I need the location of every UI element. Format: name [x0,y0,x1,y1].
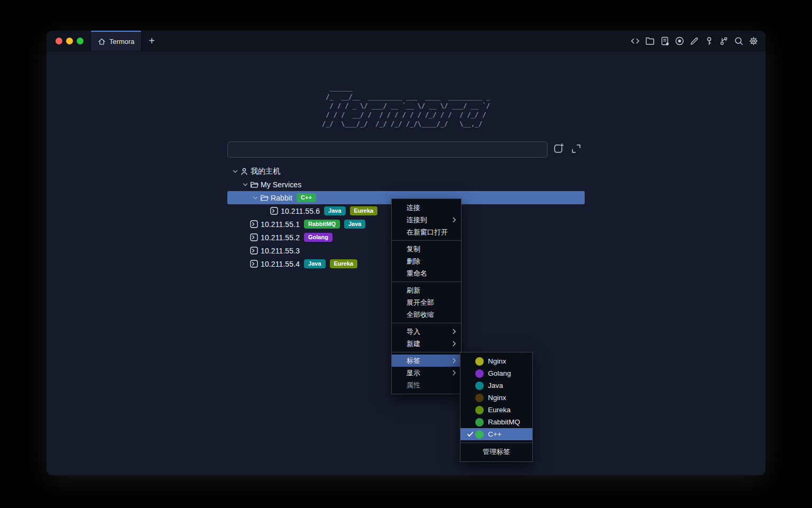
menu-item-label: 显示 [407,368,420,378]
menu-item-show[interactable]: 显示 [392,367,461,379]
tag-option-label: Eureka [488,406,511,414]
menu-item-import[interactable]: 导入 [392,325,461,338]
menu-item-label: 属性 [407,380,420,390]
menu-item-expand-all[interactable]: 展开全部 [392,296,461,309]
quick-connect-input[interactable] [227,141,548,158]
tag-option-rabbitmq[interactable]: RabbitMQ [460,416,532,428]
menu-item-label: 全部收缩 [407,310,434,320]
menu-separator [392,240,461,241]
tag-option-c[interactable]: C++ [460,428,532,440]
minimize-window-button[interactable] [66,38,73,44]
tree-item-label: 10.211.55.6 [281,207,320,215]
menu-item-connect-to[interactable]: 连接到 [392,214,461,226]
tree-item-item[interactable]: 我的主机 [227,165,585,178]
terminal-icon [250,260,259,268]
tree-item-label: 10.211.55.2 [261,233,300,242]
menu-item-label: 导入 [407,327,420,337]
add-host-button[interactable] [551,143,565,156]
tag-option-label: Java [488,382,503,389]
menu-separator [392,323,461,323]
tag-option-golang[interactable]: Golang [460,367,532,379]
tab-termora[interactable]: Termora [90,31,142,51]
submenu-arrow-icon [453,329,456,334]
tag-color-dot [475,418,484,427]
tree-item-label: Rabbit [271,194,292,202]
menu-item-label: 展开全部 [407,298,434,307]
tab-label: Termora [109,38,135,46]
tag-option-label: C++ [488,430,502,438]
menu-item-delete[interactable]: 删除 [392,255,461,267]
tag-submenu: NginxGolangJavaNginxEurekaRabbitMQC++管理标… [460,352,533,462]
tag-option-nginx[interactable]: Nginx [460,392,532,404]
close-window-button[interactable] [56,38,62,44]
tag-badge: RabbitMQ [304,220,340,229]
record-icon[interactable] [674,35,685,46]
menu-separator [460,442,532,443]
submenu-arrow-icon [453,341,456,347]
tag-color-dot [475,430,484,439]
code-icon[interactable] [630,35,640,46]
menu-item-label: 重命名 [407,269,427,278]
folder-icon[interactable] [644,35,655,46]
menu-item-connect[interactable]: 连接 [392,202,461,214]
search-icon[interactable] [733,35,744,46]
menu-item-new[interactable]: 新建 [392,338,461,350]
zoom-window-button[interactable] [77,38,84,44]
new-tab-button[interactable]: + [142,31,162,51]
edit-icon[interactable] [689,35,699,46]
menu-item-label: 在新窗口打开 [407,228,448,237]
chevron-down-icon[interactable] [230,168,240,175]
tag-badge: Eureka [350,206,378,215]
tree-item-label: 10.211.55.1 [261,220,300,229]
tag-option-label: Nginx [488,394,506,402]
tag-option-label: RabbitMQ [488,418,520,426]
menu-item-refresh[interactable]: 刷新 [392,284,461,296]
tag-badge: Golang [304,233,333,242]
chevron-down-icon[interactable] [250,195,260,201]
menu-item-rename[interactable]: 重命名 [392,267,461,279]
session-log-icon[interactable] [659,35,670,46]
menu-item-properties[interactable]: 属性 [392,379,461,391]
check-icon [467,431,475,438]
quick-connect-actions [551,143,583,156]
split-layout-button[interactable] [569,143,583,156]
chevron-down-icon[interactable] [240,182,250,188]
menu-item-copy[interactable]: 复制 [392,243,461,255]
tree-item-label: 10.211.55.3 [261,247,300,255]
menu-item-tags[interactable]: 标签 [392,355,461,367]
menu-item-label: 连接 [407,203,420,213]
tag-badge: Java [304,259,325,268]
tag-option-eureka[interactable]: Eureka [460,404,532,416]
tree-item-label: 10.211.55.4 [261,260,300,268]
tag-badge: Java [324,206,345,215]
tag-option-nginx[interactable]: Nginx [460,355,532,367]
terminal-icon [250,220,259,228]
tree-item-my-services[interactable]: My Services [227,178,585,191]
toolbar [630,31,765,51]
settings-icon[interactable] [748,35,759,46]
folder-open-icon [250,180,259,189]
menu-item-collapse-all[interactable]: 全部收缩 [392,309,461,321]
tag-option-label: Golang [488,369,511,377]
menu-item-label: 新建 [407,339,420,349]
folder-open-icon [260,194,269,202]
tag-badge: Java [344,220,365,229]
terminal-icon [270,207,279,215]
user-icon [240,167,249,176]
keychain-icon[interactable] [718,35,729,46]
tag-color-dot [475,357,484,366]
tag-badge: C++ [297,193,316,202]
tree-item-label: My Services [261,180,301,189]
manage-tags-button[interactable]: 管理标签 [460,445,532,459]
submenu-arrow-icon [453,217,456,223]
menu-item-label: 标签 [407,356,420,366]
menu-item-open-in-new-window[interactable]: 在新窗口打开 [392,226,461,238]
tag-color-dot [475,406,484,414]
menu-item-label: 删除 [407,257,420,266]
home-icon [98,38,106,46]
submenu-arrow-icon [453,370,456,376]
menu-item-label: 复制 [407,244,420,254]
tree-item-label: 我的主机 [251,167,280,176]
tag-option-java[interactable]: Java [460,379,532,392]
key-icon[interactable] [704,35,714,46]
